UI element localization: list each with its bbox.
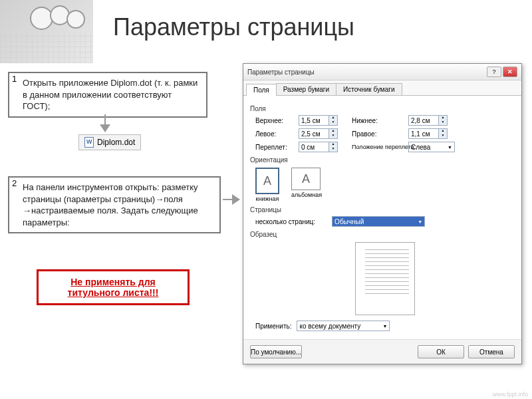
- warning-line1: Не применять для: [44, 277, 182, 287]
- gutter-spinner[interactable]: ▲▼: [299, 142, 345, 152]
- gutter-pos-label: Положение переплета:: [352, 144, 402, 150]
- dialog-tabs: Поля Размер бумаги Источник бумаги: [243, 80, 521, 96]
- step-2-box: На панели инструментов открыть: разметку…: [8, 176, 221, 233]
- orientation-portrait[interactable]: A книжная: [255, 168, 279, 202]
- gutter-pos-value: Слева: [411, 144, 430, 151]
- arrow-right-icon: [223, 193, 243, 206]
- gutter-pos-dropdown[interactable]: Слева▼: [408, 142, 455, 152]
- chevron-down-icon: ▼: [418, 219, 422, 224]
- step-2-text: На панели инструментов открыть: разметку…: [23, 182, 214, 228]
- dialog-title: Параметры страницы: [247, 68, 315, 76]
- watermark: www.fppt.info: [492, 391, 528, 398]
- top-margin-label: Верхнее:: [255, 117, 292, 124]
- file-name: Diplom.dot: [97, 138, 135, 147]
- section-orientation-label: Ориентация: [250, 156, 515, 164]
- right-margin-input[interactable]: [408, 128, 439, 139]
- left-margin-label: Левое:: [255, 130, 292, 138]
- spin-down-icon[interactable]: ▼: [439, 134, 447, 138]
- top-margin-input[interactable]: [299, 115, 329, 126]
- apply-to-value: ко всему документу: [299, 323, 360, 330]
- multi-pages-label: несколько страниц:: [255, 218, 315, 225]
- spin-down-icon[interactable]: ▼: [439, 120, 447, 125]
- gutter-label: Переплет:: [255, 144, 292, 151]
- header-image: [0, 0, 93, 63]
- section-fields-label: Поля: [250, 105, 515, 112]
- bottom-margin-label: Нижнее:: [352, 117, 402, 124]
- spin-down-icon[interactable]: ▼: [329, 147, 337, 152]
- portrait-glyph: A: [263, 174, 271, 188]
- section-preview-label: Образец: [250, 231, 515, 238]
- right-margin-label: Правое:: [352, 130, 402, 138]
- dialog-titlebar[interactable]: Параметры страницы ? ✕: [243, 64, 521, 80]
- page-setup-dialog: Параметры страницы ? ✕ Поля Размер бумаг…: [243, 63, 522, 364]
- bottom-margin-spinner[interactable]: ▲▼: [408, 115, 455, 126]
- landscape-glyph: A: [302, 172, 310, 186]
- step-1-box: Открыть приложение Diplom.dot (т. к. рам…: [8, 72, 207, 118]
- warning-line2: титульного листа!!!: [44, 287, 182, 298]
- top-margin-spinner[interactable]: ▲▼: [299, 115, 345, 126]
- bottom-margin-input[interactable]: [408, 115, 439, 126]
- spin-down-icon[interactable]: ▼: [329, 134, 337, 138]
- apply-to-dropdown[interactable]: ко всему документу▼: [297, 321, 390, 331]
- cancel-button[interactable]: Отмена: [468, 345, 515, 358]
- multi-pages-dropdown[interactable]: Обычный▼: [332, 216, 425, 227]
- multi-pages-value: Обычный: [334, 218, 364, 225]
- step-1-text: Открыть приложение Diplom.dot (т. к. рам…: [23, 77, 201, 112]
- apply-to-label: Применить:: [255, 323, 291, 330]
- ok-button[interactable]: ОК: [418, 345, 464, 358]
- page-preview: [355, 242, 415, 315]
- tab-paper-size[interactable]: Размер бумаги: [276, 83, 336, 95]
- tab-paper-source[interactable]: Источник бумаги: [336, 83, 402, 95]
- portrait-label: книжная: [255, 196, 279, 202]
- right-margin-spinner[interactable]: ▲▼: [408, 128, 455, 139]
- chevron-down-icon: ▼: [383, 324, 388, 329]
- arrow-down-icon: [98, 114, 112, 134]
- slide-title: Параметры страницы: [113, 13, 354, 41]
- spin-down-icon[interactable]: ▼: [329, 120, 337, 125]
- section-pages-label: Страницы: [250, 206, 515, 213]
- gutter-input[interactable]: [299, 142, 329, 152]
- landscape-label: альбомная: [291, 192, 322, 198]
- orientation-landscape[interactable]: A альбомная: [291, 168, 322, 202]
- tab-margins[interactable]: Поля: [246, 84, 277, 96]
- chevron-down-icon: ▼: [448, 145, 452, 150]
- warning-box: Не применять для титульного листа!!!: [37, 269, 190, 305]
- word-doc-icon: [84, 137, 94, 148]
- left-margin-input[interactable]: [299, 128, 329, 139]
- close-button[interactable]: ✕: [503, 66, 517, 77]
- help-button[interactable]: ?: [487, 66, 501, 77]
- left-margin-spinner[interactable]: ▲▼: [299, 128, 345, 139]
- file-chip[interactable]: Diplom.dot: [78, 134, 141, 150]
- default-button[interactable]: По умолчанию...: [250, 345, 302, 358]
